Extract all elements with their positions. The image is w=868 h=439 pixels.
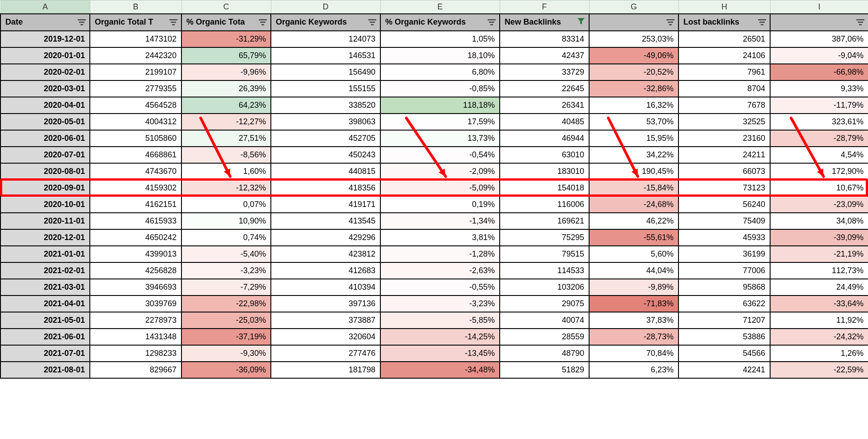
data-cell[interactable]: 4004312 — [90, 114, 181, 130]
data-cell[interactable]: 6,23% — [589, 362, 678, 378]
data-cell[interactable]: -1,28% — [380, 246, 500, 262]
date-cell[interactable]: 2020-11-01 — [0, 213, 90, 229]
header-A[interactable]: Date — [0, 14, 90, 31]
data-cell[interactable]: 45933 — [678, 229, 770, 246]
header-H[interactable]: Lost backlinks — [678, 14, 770, 31]
data-cell[interactable]: -32,86% — [589, 80, 678, 97]
data-cell[interactable]: 146531 — [271, 47, 380, 64]
data-cell[interactable]: 66073 — [678, 163, 770, 180]
data-cell[interactable]: 103206 — [500, 279, 589, 295]
data-cell[interactable]: -39,09% — [770, 229, 868, 246]
data-cell[interactable]: 16,32% — [589, 97, 678, 114]
data-cell[interactable]: 2779355 — [90, 80, 181, 97]
data-cell[interactable]: -33,64% — [770, 295, 868, 312]
data-cell[interactable]: 1431348 — [90, 329, 181, 345]
data-cell[interactable]: -8,56% — [181, 147, 271, 163]
filter-icon[interactable] — [368, 19, 376, 25]
data-cell[interactable]: 18,10% — [380, 47, 500, 64]
data-cell[interactable]: -15,84% — [589, 180, 678, 196]
data-cell[interactable]: 0,07% — [181, 196, 271, 213]
data-cell[interactable]: 277476 — [271, 345, 380, 362]
data-cell[interactable]: 412683 — [271, 262, 380, 279]
column-letter-E[interactable]: E — [380, 0, 500, 14]
data-cell[interactable]: 10,90% — [181, 213, 271, 229]
column-letter-D[interactable]: D — [271, 0, 380, 14]
data-cell[interactable]: 75409 — [678, 213, 770, 229]
data-cell[interactable]: -13,45% — [380, 345, 500, 362]
data-cell[interactable]: 5,60% — [589, 246, 678, 262]
filter-icon[interactable] — [169, 19, 177, 25]
filter-icon[interactable] — [488, 19, 496, 25]
data-cell[interactable]: 10,67% — [770, 180, 868, 196]
data-cell[interactable]: 27,51% — [181, 130, 271, 147]
filter-icon[interactable] — [78, 19, 86, 25]
data-cell[interactable]: 46944 — [500, 130, 589, 147]
filter-icon[interactable] — [856, 19, 864, 25]
column-letter-G[interactable]: G — [589, 0, 678, 14]
data-cell[interactable]: -5,85% — [380, 312, 500, 329]
data-cell[interactable]: 15,95% — [589, 130, 678, 147]
data-cell[interactable]: 24211 — [678, 147, 770, 163]
header-D[interactable]: Organic Keywords — [271, 14, 380, 31]
data-cell[interactable]: 64,23% — [181, 97, 271, 114]
data-cell[interactable]: -12,32% — [181, 180, 271, 196]
data-cell[interactable]: 3946693 — [90, 279, 181, 295]
data-cell[interactable]: 70,84% — [589, 345, 678, 362]
data-cell[interactable]: 65,79% — [181, 47, 271, 64]
data-cell[interactable]: 4159302 — [90, 180, 181, 196]
data-cell[interactable]: 452705 — [271, 130, 380, 147]
data-cell[interactable]: 33729 — [500, 64, 589, 80]
header-G[interactable] — [589, 14, 678, 31]
data-cell[interactable]: 1298233 — [90, 345, 181, 362]
data-cell[interactable]: 63622 — [678, 295, 770, 312]
data-cell[interactable]: 54566 — [678, 345, 770, 362]
data-cell[interactable]: 4,54% — [770, 147, 868, 163]
data-cell[interactable]: 3,81% — [380, 229, 500, 246]
data-cell[interactable]: 2278973 — [90, 312, 181, 329]
data-cell[interactable]: 34,08% — [770, 213, 868, 229]
data-cell[interactable]: 24,49% — [770, 279, 868, 295]
data-cell[interactable]: -9,30% — [181, 345, 271, 362]
data-cell[interactable]: 13,73% — [380, 130, 500, 147]
date-cell[interactable]: 2020-03-01 — [0, 80, 90, 97]
data-cell[interactable]: 429296 — [271, 229, 380, 246]
data-cell[interactable]: -11,79% — [770, 97, 868, 114]
data-cell[interactable]: -12,27% — [181, 114, 271, 130]
filter-icon[interactable] — [666, 19, 674, 25]
data-cell[interactable]: 4615933 — [90, 213, 181, 229]
data-cell[interactable]: 423812 — [271, 246, 380, 262]
date-cell[interactable]: 2021-08-01 — [0, 362, 90, 378]
data-cell[interactable]: -2,63% — [380, 262, 500, 279]
data-cell[interactable]: 1,60% — [181, 163, 271, 180]
data-cell[interactable]: 419171 — [271, 196, 380, 213]
column-letter-F[interactable]: F — [500, 0, 589, 14]
data-cell[interactable]: -21,19% — [770, 246, 868, 262]
data-cell[interactable]: 44,04% — [589, 262, 678, 279]
data-cell[interactable]: 183010 — [500, 163, 589, 180]
data-cell[interactable]: -0,54% — [380, 147, 500, 163]
data-cell[interactable]: 73123 — [678, 180, 770, 196]
data-cell[interactable]: 181798 — [271, 362, 380, 378]
date-cell[interactable]: 2021-02-01 — [0, 262, 90, 279]
data-cell[interactable]: -3,23% — [181, 262, 271, 279]
data-cell[interactable]: 4743670 — [90, 163, 181, 180]
date-cell[interactable]: 2021-04-01 — [0, 295, 90, 312]
date-cell[interactable]: 2021-06-01 — [0, 329, 90, 345]
data-cell[interactable]: 397136 — [271, 295, 380, 312]
data-cell[interactable]: 53886 — [678, 329, 770, 345]
data-cell[interactable]: 155155 — [271, 80, 380, 97]
data-cell[interactable]: 418356 — [271, 180, 380, 196]
column-letter-H[interactable]: H — [678, 0, 770, 14]
data-cell[interactable]: -66,98% — [770, 64, 868, 80]
date-cell[interactable]: 2021-05-01 — [0, 312, 90, 329]
data-cell[interactable]: -34,48% — [380, 362, 500, 378]
header-C[interactable]: % Organic Tota — [181, 14, 271, 31]
data-cell[interactable]: -25,03% — [181, 312, 271, 329]
data-cell[interactable]: 48790 — [500, 345, 589, 362]
filter-icon[interactable] — [758, 19, 766, 25]
data-cell[interactable]: 95868 — [678, 279, 770, 295]
data-cell[interactable]: 253,03% — [589, 31, 678, 47]
data-cell[interactable]: -1,34% — [380, 213, 500, 229]
date-cell[interactable]: 2021-03-01 — [0, 279, 90, 295]
data-cell[interactable]: 9,33% — [770, 80, 868, 97]
